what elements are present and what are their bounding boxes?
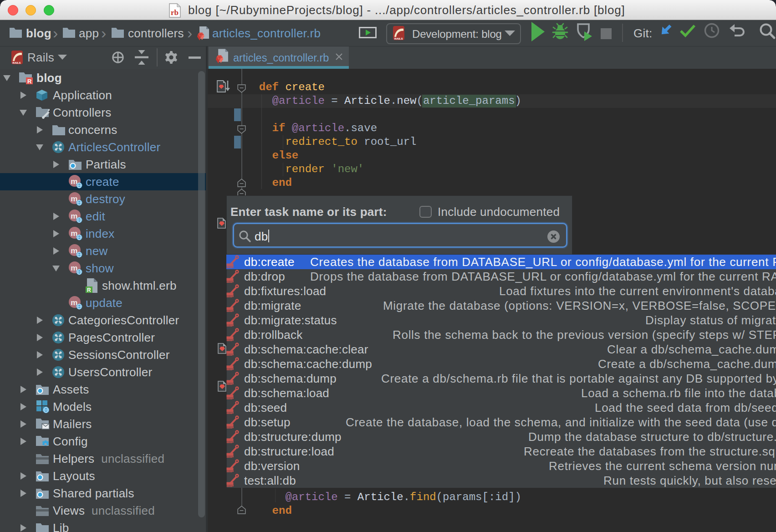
svg-text:RAILS: RAILS — [13, 61, 21, 64]
svg-text:RAILS: RAILS — [394, 37, 403, 40]
svg-text:rb: rb — [171, 8, 179, 17]
